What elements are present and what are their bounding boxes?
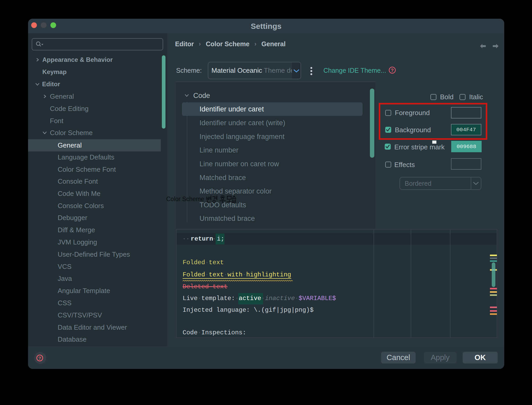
svg-text:?: ? — [38, 356, 41, 361]
svg-text:?: ? — [391, 68, 394, 73]
